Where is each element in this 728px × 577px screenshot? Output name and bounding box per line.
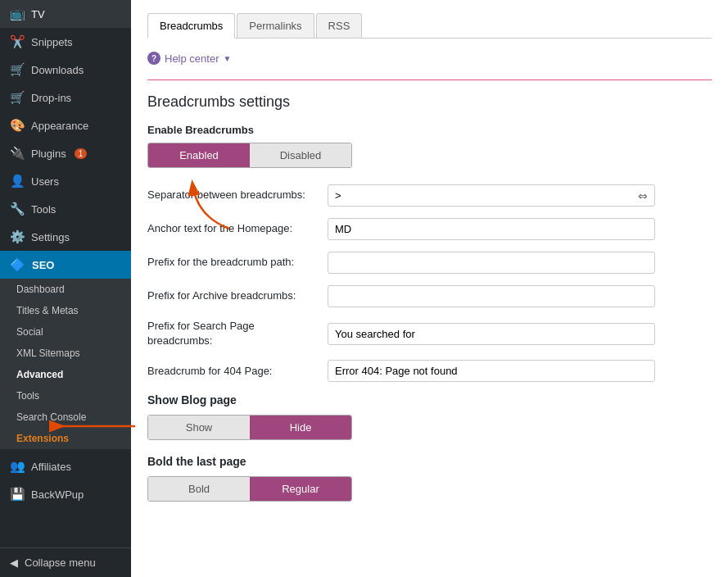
prefix-archive-input[interactable] (328, 285, 655, 307)
section-title: Breadcrumbs settings (147, 93, 712, 111)
disabled-button[interactable]: Disabled (250, 143, 351, 167)
sidebar-item-search-console[interactable]: Search Console (0, 407, 131, 428)
bold-button[interactable]: Bold (148, 477, 250, 501)
sidebar-item-titles-metas[interactable]: Titles & Metas (0, 300, 131, 321)
anchor-label: Anchor text for the Homepage: (147, 221, 319, 236)
backwpup-icon: 💾 (10, 487, 25, 502)
tab-rss[interactable]: RSS (316, 13, 363, 38)
separator-icon-btn[interactable]: ⇔ (631, 186, 654, 206)
show-hide-toggle-group: Show Hide (147, 415, 352, 440)
sidebar-item-social[interactable]: Social (0, 321, 131, 343)
sidebar-item-extensions[interactable]: Extensions (0, 428, 131, 449)
affiliates-icon: 👥 (10, 459, 25, 474)
regular-button[interactable]: Regular (250, 477, 351, 501)
sidebar-item-users[interactable]: 👤 Users (0, 167, 131, 195)
tools-icon: 🔧 (10, 202, 25, 216)
tab-breadcrumbs[interactable]: Breadcrumbs (147, 13, 235, 39)
bold-last-section: Bold the last page Bold Regular (147, 455, 712, 502)
collapse-icon: ◀ (10, 557, 18, 569)
sidebar-item-affiliates[interactable]: 👥 Affiliates (0, 452, 131, 480)
prefix-breadcrumb-row: Prefix for the breadcrumb path: (147, 252, 712, 274)
breadcrumb-404-label: Breadcrumb for 404 Page: (147, 364, 319, 379)
prefix-breadcrumb-input[interactable] (328, 252, 655, 274)
sidebar-item-dropins[interactable]: 🛒 Drop-ins (0, 84, 131, 111)
sidebar-item-dashboard[interactable]: Dashboard (0, 279, 131, 300)
sidebar-item-appearance[interactable]: 🎨 Appearance (0, 111, 131, 139)
sidebar-item-snippets[interactable]: ✂️ Snippets (0, 28, 131, 56)
enabled-button[interactable]: Enabled (148, 143, 250, 167)
prefix-search-input[interactable] (328, 323, 655, 345)
breadcrumb-404-input[interactable] (328, 360, 655, 382)
help-icon: ? (147, 52, 161, 65)
sidebar-item-xml-sitemaps[interactable]: XML Sitemaps (0, 343, 131, 364)
prefix-search-row: Prefix for Search Page breadcrumbs: (147, 319, 712, 348)
snippets-icon: ✂️ (10, 34, 25, 49)
separator-input-wrap: ⇔ (328, 184, 655, 207)
settings-icon: ⚙️ (10, 229, 25, 244)
sidebar-item-downloads[interactable]: 🛒 Downloads (0, 56, 131, 84)
separator-row: Separator between breadcrumbs: ⇔ (147, 184, 712, 207)
prefix-search-label: Prefix for Search Page breadcrumbs: (147, 319, 319, 348)
show-blog-title: Show Blog page (147, 393, 712, 407)
seo-section: 🔷 SEO Dashboard Titles & Metas Social XM… (0, 251, 131, 449)
breadcrumb-404-row: Breadcrumb for 404 Page: (147, 360, 712, 382)
tab-permalinks[interactable]: Permalinks (237, 13, 314, 38)
separator-label: Separator between breadcrumbs: (147, 188, 319, 202)
main-content: Breadcrumbs Permalinks RSS ? Help center… (131, 0, 728, 577)
show-button[interactable]: Show (148, 416, 250, 439)
plugins-icon: 🔌 (10, 146, 25, 161)
bold-last-title: Bold the last page (147, 455, 712, 468)
enable-breadcrumbs-label: Enable Breadcrumbs (147, 124, 712, 136)
tv-icon: 📺 (10, 7, 25, 21)
sidebar: 📺 TV ✂️ Snippets 🛒 Downloads 🛒 Drop-ins … (0, 0, 131, 577)
seo-header[interactable]: 🔷 SEO (0, 251, 131, 279)
anchor-row: Anchor text for the Homepage: (147, 218, 712, 240)
sidebar-item-tools[interactable]: 🔧 Tools (0, 195, 131, 223)
downloads-icon: 🛒 (10, 62, 25, 77)
tabs: Breadcrumbs Permalinks RSS (147, 13, 712, 39)
appearance-icon: 🎨 (10, 118, 25, 133)
seo-icon: 🔷 (10, 257, 25, 272)
dropins-icon: 🛒 (10, 90, 25, 105)
sidebar-item-advanced[interactable]: Advanced (0, 364, 131, 385)
sidebar-item-tools-sub[interactable]: Tools (0, 385, 131, 407)
sidebar-item-tv[interactable]: 📺 TV (0, 0, 131, 28)
enable-toggle-group: Enabled Disabled (147, 143, 352, 168)
section-divider (147, 80, 712, 80)
users-icon: 👤 (10, 174, 25, 189)
chevron-down-icon: ▼ (223, 54, 231, 63)
separator-input[interactable] (328, 185, 631, 206)
plugins-badge: 1 (75, 148, 88, 159)
collapse-menu-button[interactable]: ◀ Collapse menu (0, 547, 131, 577)
sidebar-item-settings[interactable]: ⚙️ Settings (0, 223, 131, 251)
sidebar-item-backwpup[interactable]: 💾 BackWPup (0, 480, 131, 508)
bold-regular-toggle-group: Bold Regular (147, 476, 352, 502)
sidebar-item-plugins[interactable]: 🔌 Plugins 1 (0, 139, 131, 167)
help-center-link[interactable]: ? Help center ▼ (147, 48, 712, 68)
prefix-breadcrumb-label: Prefix for the breadcrumb path: (147, 255, 319, 270)
prefix-archive-row: Prefix for Archive breadcrumbs: (147, 285, 712, 307)
anchor-input[interactable] (328, 218, 655, 240)
prefix-archive-label: Prefix for Archive breadcrumbs: (147, 288, 319, 303)
show-blog-section: Show Blog page Show Hide (147, 393, 712, 440)
content-wrap: Breadcrumbs Permalinks RSS ? Help center… (131, 0, 728, 577)
hide-button[interactable]: Hide (250, 416, 351, 439)
